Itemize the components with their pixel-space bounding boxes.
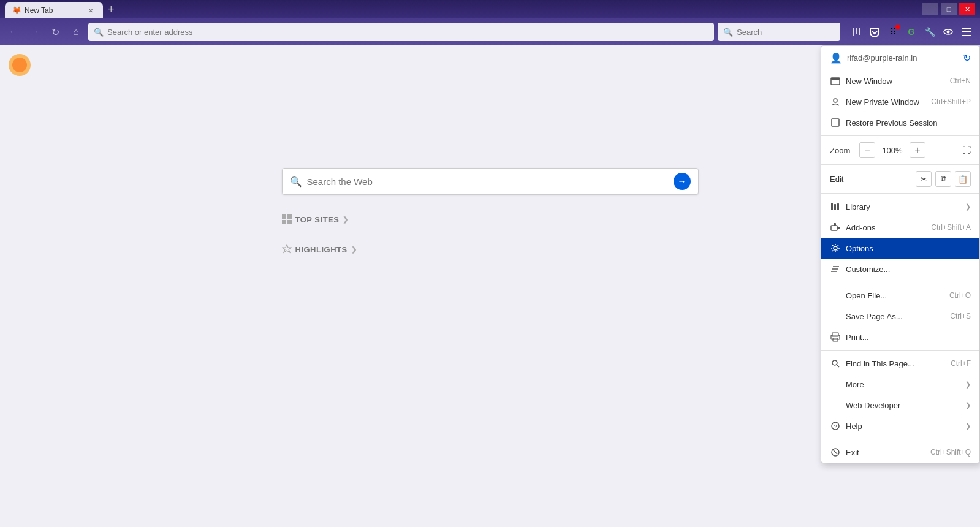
menu-divider-6 (821, 439, 979, 439)
pocket-icon[interactable] (866, 23, 883, 40)
copy-button[interactable]: ⧉ (935, 171, 951, 187)
svg-line-37 (834, 450, 837, 454)
addons-icon (830, 222, 841, 233)
svg-rect-18 (832, 119, 839, 126)
svg-rect-1 (856, 28, 857, 34)
menu-item-addons[interactable]: Add-ons Ctrl+Shift+A (821, 217, 979, 238)
web-developer-label: Web Developer (846, 401, 900, 410)
open-file-label: Open File... (846, 291, 887, 300)
menu-item-print[interactable]: Print... (821, 327, 979, 347)
addons-shortcut: Ctrl+Shift+A (931, 223, 971, 232)
tab-area: 🦊 New Tab ✕ + (5, 0, 120, 18)
svg-rect-7 (962, 35, 971, 36)
svg-text:?: ? (834, 423, 837, 430)
svg-rect-0 (853, 28, 854, 36)
library-icon (830, 201, 841, 212)
menu-item-open-file[interactable]: Open File... Ctrl+O (821, 285, 979, 306)
back-button[interactable]: ← (5, 23, 22, 40)
menu-item-new-window[interactable]: New Window Ctrl+N (821, 70, 979, 91)
new-private-window-label: New Private Window (846, 97, 919, 107)
title-bar: 🦊 New Tab ✕ + — □ ✕ (0, 0, 980, 18)
restore-session-label: Restore Previous Session (846, 118, 938, 127)
top-sites-label: TOP SITES (295, 215, 340, 224)
svg-marker-14 (283, 245, 291, 252)
content-search-box[interactable]: 🔍 → (282, 168, 699, 195)
reader-mode-icon[interactable] (940, 23, 957, 40)
search-bar[interactable]: 🔍 (718, 23, 840, 41)
navigation-bar: ← → ↻ ⌂ 🔍 🔍 ⠿ (0, 18, 980, 45)
find-icon (830, 358, 841, 369)
top-sites-section-header[interactable]: TOP SITES ❯ (282, 214, 699, 224)
extension-icon-1[interactable]: 🔧 (921, 23, 938, 40)
toolbar-icons: ⠿ G 🔧 (848, 23, 975, 40)
menu-item-library[interactable]: Library ❯ (821, 196, 979, 217)
zoom-fullscreen-button[interactable]: ⛶ (962, 145, 971, 155)
svg-point-32 (832, 360, 837, 365)
library-label: Library (846, 202, 870, 211)
bookmarks-icon[interactable] (848, 23, 865, 40)
notification-icon[interactable]: ⠿ (884, 23, 902, 40)
forward-button[interactable]: → (26, 23, 43, 40)
close-button[interactable]: ✕ (959, 3, 975, 15)
edit-label: Edit (830, 175, 848, 184)
window-controls: — □ ✕ (922, 3, 975, 15)
menu-item-find[interactable]: Find in This Page... Ctrl+F (821, 353, 979, 374)
zoom-out-button[interactable]: − (859, 142, 875, 158)
search-submit-button[interactable]: → (674, 173, 691, 190)
menu-item-help[interactable]: ? Help ❯ (821, 415, 979, 436)
sync-icon[interactable]: ↻ (963, 52, 971, 64)
save-page-label: Save Page As... (846, 312, 903, 321)
reload-button[interactable]: ↻ (47, 23, 64, 40)
browser-menu: 👤 rifad@purple-rain.in ↻ New Window Ctrl… (821, 45, 980, 463)
menu-item-options[interactable]: Options (821, 238, 979, 259)
svg-line-33 (837, 365, 839, 367)
highlights-chevron-icon: ❯ (351, 246, 357, 254)
web-developer-chevron-icon: ❯ (965, 401, 971, 409)
minimize-button[interactable]: — (922, 3, 938, 15)
new-private-window-shortcut: Ctrl+Shift+P (931, 97, 971, 106)
help-icon: ? (830, 420, 841, 431)
zoom-percent-display: 100% (880, 146, 905, 155)
svg-rect-29 (832, 333, 838, 336)
cut-button[interactable]: ✂ (916, 171, 932, 187)
svg-rect-10 (282, 214, 286, 219)
menu-item-customize[interactable]: Customize... (821, 259, 979, 279)
home-button[interactable]: ⌂ (67, 23, 85, 40)
exit-label: Exit (846, 448, 859, 457)
menu-item-restore-session[interactable]: Restore Previous Session (821, 112, 979, 133)
menu-divider-2 (821, 164, 979, 165)
active-tab[interactable]: 🦊 New Tab ✕ (5, 2, 103, 18)
web-developer-icon (830, 400, 841, 411)
menu-item-more[interactable]: More ❯ (821, 374, 979, 395)
tab-close-button[interactable]: ✕ (86, 6, 96, 15)
menu-item-save-page[interactable]: Save Page As... Ctrl+S (821, 306, 979, 327)
address-input[interactable] (107, 28, 708, 37)
zoom-in-button[interactable]: + (910, 142, 925, 158)
new-tab-button[interactable]: + (103, 0, 120, 18)
grammarly-icon[interactable]: G (903, 23, 920, 40)
hamburger-menu-button[interactable] (958, 23, 975, 40)
zoom-label: Zoom (830, 146, 854, 155)
svg-point-4 (947, 31, 950, 34)
firefox-logo (6, 51, 33, 78)
highlights-section-header[interactable]: HIGHLIGHTS ❯ (282, 244, 699, 256)
menu-item-web-developer[interactable]: Web Developer ❯ (821, 395, 979, 415)
address-bar[interactable]: 🔍 (88, 23, 714, 41)
search-input[interactable] (737, 28, 822, 37)
tab-favicon: 🦊 (12, 6, 21, 15)
maximize-button[interactable]: □ (941, 3, 957, 15)
more-icon (830, 379, 841, 390)
find-label: Find in This Page... (846, 359, 914, 368)
svg-point-17 (834, 99, 837, 102)
zoom-controls: Zoom − 100% + ⛶ (821, 138, 979, 162)
more-chevron-icon: ❯ (965, 381, 971, 389)
search-bar-icon: 🔍 (723, 28, 733, 37)
menu-item-exit[interactable]: Exit Ctrl+Shift+Q (821, 442, 979, 463)
menu-item-new-private-window[interactable]: New Private Window Ctrl+Shift+P (821, 91, 979, 112)
content-search-input[interactable] (307, 176, 669, 187)
paste-button[interactable]: 📋 (955, 171, 971, 187)
user-email: rifad@purple-rain.in (847, 53, 917, 63)
open-file-shortcut: Ctrl+O (949, 291, 971, 300)
svg-rect-16 (831, 78, 840, 80)
content-search-icon: 🔍 (290, 176, 302, 188)
